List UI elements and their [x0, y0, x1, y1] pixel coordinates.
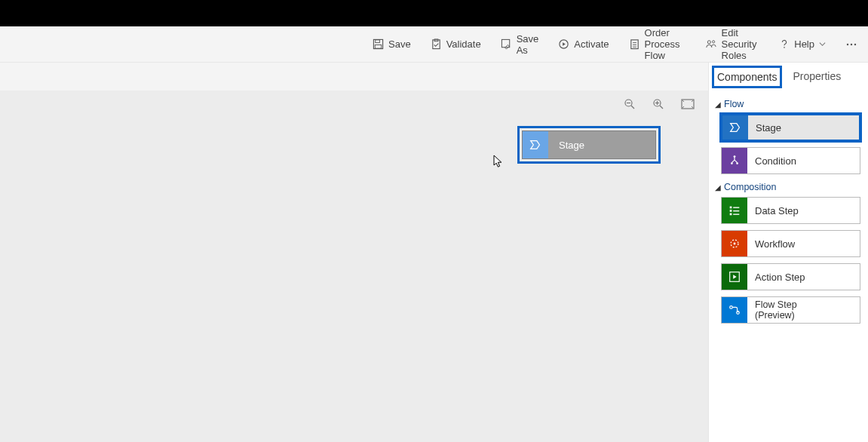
svg-rect-7 — [630, 40, 637, 49]
svg-line-15 — [631, 106, 634, 109]
svg-point-9 — [712, 41, 714, 43]
svg-point-34 — [730, 306, 733, 309]
stage-drag-preview[interactable]: Stage — [517, 126, 661, 164]
validate-button[interactable]: Validate — [431, 38, 481, 50]
order-process-flow-button[interactable]: Order Process Flow — [629, 27, 686, 61]
chevron-down-icon — [819, 41, 826, 48]
collapse-triangle-icon: ◢ — [715, 100, 721, 109]
drag-highlight-outline: Stage — [517, 126, 661, 164]
action-step-icon-cell — [722, 264, 747, 290]
command-bar: Save Validate Save As Activate Order Pro… — [0, 26, 868, 63]
activate-button[interactable]: Activate — [558, 38, 609, 50]
workspace: Stage Components Properties ◢ Flow Stage — [0, 63, 868, 442]
validate-label: Validate — [446, 38, 481, 50]
svg-rect-5 — [501, 39, 509, 47]
tab-components-label: Components — [717, 71, 777, 83]
canvas-zoom-tools — [624, 98, 695, 110]
flow-components-list: Stage Condition — [709, 114, 868, 174]
stage-icon-cell — [722, 115, 748, 140]
component-action-step[interactable]: Action Step — [721, 263, 860, 290]
svg-point-8 — [707, 41, 710, 44]
svg-point-23 — [731, 162, 733, 164]
side-tabs: Components Properties — [709, 67, 868, 91]
workflow-gear-icon — [728, 237, 741, 250]
component-condition-label: Condition — [747, 155, 796, 167]
svg-rect-26 — [733, 207, 739, 208]
help-button[interactable]: Help — [779, 38, 826, 50]
svg-rect-2 — [375, 45, 381, 48]
svg-point-13 — [854, 43, 856, 45]
save-button[interactable]: Save — [373, 38, 411, 50]
svg-rect-1 — [376, 40, 380, 43]
flow-step-icon — [728, 303, 741, 317]
fit-icon — [681, 99, 695, 109]
component-data-step-label: Data Step — [747, 205, 799, 216]
activate-icon — [558, 38, 569, 50]
svg-line-18 — [660, 106, 663, 109]
component-stage-label: Stage — [748, 122, 781, 134]
order-icon — [629, 38, 640, 50]
stage-chevron-icon — [728, 121, 742, 134]
component-flow-step-label: Flow Step (Preview) — [747, 299, 797, 321]
save-icon — [373, 38, 384, 50]
canvas-header-strip — [0, 63, 708, 91]
section-header-composition[interactable]: ◢ Composition — [715, 182, 868, 192]
action-play-icon — [728, 270, 741, 284]
ellipsis-icon — [845, 39, 857, 50]
zoom-in-button[interactable] — [652, 98, 664, 110]
component-flow-step[interactable]: Flow Step (Preview) — [721, 296, 860, 324]
component-data-step[interactable]: Data Step — [721, 197, 860, 224]
validate-icon — [431, 38, 442, 50]
mouse-cursor — [493, 155, 504, 170]
zoom-in-icon — [652, 98, 664, 110]
collapse-triangle-icon: ◢ — [715, 183, 721, 192]
svg-rect-28 — [733, 210, 739, 211]
stage-tile-icon-cell — [523, 131, 548, 158]
tab-components[interactable]: Components — [713, 67, 781, 87]
zoom-out-button[interactable] — [624, 98, 636, 110]
save-as-label: Save As — [517, 33, 539, 56]
data-step-list-icon — [728, 204, 741, 217]
app-titlebar — [0, 0, 868, 26]
edit-security-roles-button[interactable]: Edit Security Roles — [705, 27, 760, 61]
designer-canvas[interactable]: Stage — [0, 91, 708, 442]
fit-to-screen-button[interactable] — [681, 99, 695, 109]
stage-tile-label: Stage — [548, 140, 584, 151]
roles-label: Edit Security Roles — [722, 27, 760, 61]
svg-point-24 — [736, 162, 738, 164]
roles-icon — [705, 38, 717, 50]
side-panel: Components Properties ◢ Flow Stage Condi… — [708, 63, 868, 442]
svg-rect-27 — [730, 210, 732, 212]
svg-point-12 — [851, 43, 852, 45]
help-icon — [779, 38, 790, 50]
svg-point-32 — [734, 243, 736, 245]
component-stage[interactable]: Stage — [721, 114, 860, 141]
section-composition-label: Composition — [724, 182, 776, 192]
save-label: Save — [388, 38, 411, 50]
save-as-button[interactable]: Save As — [501, 33, 539, 56]
activate-label: Activate — [574, 38, 609, 50]
component-workflow-label: Workflow — [747, 238, 795, 250]
stage-tile[interactable]: Stage — [522, 130, 656, 159]
order-label: Order Process Flow — [645, 27, 686, 61]
tab-properties-label: Properties — [793, 70, 841, 82]
workflow-icon-cell — [722, 231, 747, 256]
svg-rect-25 — [730, 207, 732, 209]
component-condition[interactable]: Condition — [721, 147, 860, 174]
zoom-out-icon — [624, 98, 636, 110]
svg-rect-30 — [733, 214, 739, 215]
svg-point-11 — [847, 43, 848, 45]
help-label: Help — [794, 38, 814, 50]
composition-components-list: Data Step Workflow Action Step Flow Step… — [709, 197, 868, 324]
tab-properties[interactable]: Properties — [790, 67, 844, 87]
svg-rect-29 — [730, 213, 732, 216]
flow-step-icon-cell — [722, 297, 747, 323]
data-step-icon-cell — [722, 198, 747, 223]
condition-branch-icon — [728, 154, 741, 167]
section-header-flow[interactable]: ◢ Flow — [715, 99, 868, 109]
more-commands-button[interactable] — [845, 39, 857, 50]
component-workflow[interactable]: Workflow — [721, 230, 860, 257]
svg-point-10 — [784, 47, 785, 48]
save-as-icon — [501, 38, 512, 50]
stage-chevron-icon — [529, 138, 542, 152]
